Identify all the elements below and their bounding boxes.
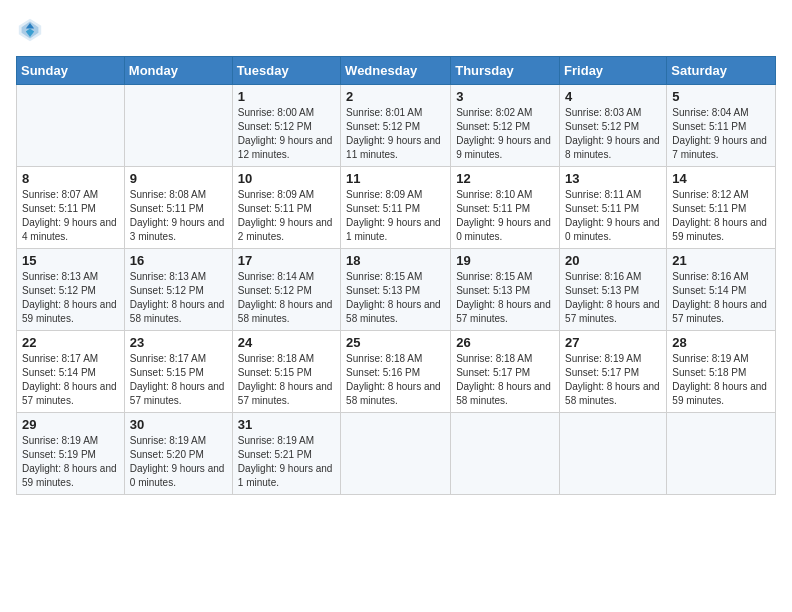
day-info: Sunrise: 8:09 AMSunset: 5:11 PMDaylight:…	[346, 189, 441, 242]
day-info: Sunrise: 8:13 AMSunset: 5:12 PMDaylight:…	[22, 271, 117, 324]
day-info: Sunrise: 8:19 AMSunset: 5:21 PMDaylight:…	[238, 435, 333, 488]
calendar-cell: 14Sunrise: 8:12 AMSunset: 5:11 PMDayligh…	[667, 167, 776, 249]
day-number: 9	[130, 171, 227, 186]
calendar-cell: 11Sunrise: 8:09 AMSunset: 5:11 PMDayligh…	[341, 167, 451, 249]
calendar-cell: 31Sunrise: 8:19 AMSunset: 5:21 PMDayligh…	[232, 413, 340, 495]
day-info: Sunrise: 8:16 AMSunset: 5:13 PMDaylight:…	[565, 271, 660, 324]
day-info: Sunrise: 8:18 AMSunset: 5:15 PMDaylight:…	[238, 353, 333, 406]
logo-icon	[16, 16, 44, 44]
calendar-cell: 16Sunrise: 8:13 AMSunset: 5:12 PMDayligh…	[124, 249, 232, 331]
calendar-cell: 30Sunrise: 8:19 AMSunset: 5:20 PMDayligh…	[124, 413, 232, 495]
calendar-cell	[341, 413, 451, 495]
calendar-cell: 2Sunrise: 8:01 AMSunset: 5:12 PMDaylight…	[341, 85, 451, 167]
calendar-cell	[124, 85, 232, 167]
day-number: 23	[130, 335, 227, 350]
calendar-week-3: 22Sunrise: 8:17 AMSunset: 5:14 PMDayligh…	[17, 331, 776, 413]
day-number: 18	[346, 253, 445, 268]
day-info: Sunrise: 8:17 AMSunset: 5:14 PMDaylight:…	[22, 353, 117, 406]
day-number: 27	[565, 335, 661, 350]
day-info: Sunrise: 8:04 AMSunset: 5:11 PMDaylight:…	[672, 107, 767, 160]
day-number: 11	[346, 171, 445, 186]
calendar-cell: 15Sunrise: 8:13 AMSunset: 5:12 PMDayligh…	[17, 249, 125, 331]
day-info: Sunrise: 8:18 AMSunset: 5:17 PMDaylight:…	[456, 353, 551, 406]
day-number: 30	[130, 417, 227, 432]
day-info: Sunrise: 8:13 AMSunset: 5:12 PMDaylight:…	[130, 271, 225, 324]
calendar-cell: 23Sunrise: 8:17 AMSunset: 5:15 PMDayligh…	[124, 331, 232, 413]
day-info: Sunrise: 8:15 AMSunset: 5:13 PMDaylight:…	[456, 271, 551, 324]
calendar-cell: 3Sunrise: 8:02 AMSunset: 5:12 PMDaylight…	[451, 85, 560, 167]
header-saturday: Saturday	[667, 57, 776, 85]
calendar-header-row: SundayMondayTuesdayWednesdayThursdayFrid…	[17, 57, 776, 85]
calendar-cell	[17, 85, 125, 167]
header-sunday: Sunday	[17, 57, 125, 85]
day-number: 28	[672, 335, 770, 350]
day-number: 19	[456, 253, 554, 268]
calendar-cell: 28Sunrise: 8:19 AMSunset: 5:18 PMDayligh…	[667, 331, 776, 413]
day-number: 10	[238, 171, 335, 186]
calendar-cell: 5Sunrise: 8:04 AMSunset: 5:11 PMDaylight…	[667, 85, 776, 167]
calendar-cell: 19Sunrise: 8:15 AMSunset: 5:13 PMDayligh…	[451, 249, 560, 331]
day-number: 13	[565, 171, 661, 186]
header-monday: Monday	[124, 57, 232, 85]
calendar-cell	[667, 413, 776, 495]
calendar-cell: 8Sunrise: 8:07 AMSunset: 5:11 PMDaylight…	[17, 167, 125, 249]
day-number: 26	[456, 335, 554, 350]
header-thursday: Thursday	[451, 57, 560, 85]
page-header	[16, 16, 776, 44]
logo	[16, 16, 48, 44]
calendar-cell: 12Sunrise: 8:10 AMSunset: 5:11 PMDayligh…	[451, 167, 560, 249]
day-info: Sunrise: 8:18 AMSunset: 5:16 PMDaylight:…	[346, 353, 441, 406]
day-info: Sunrise: 8:01 AMSunset: 5:12 PMDaylight:…	[346, 107, 441, 160]
calendar-cell: 21Sunrise: 8:16 AMSunset: 5:14 PMDayligh…	[667, 249, 776, 331]
day-info: Sunrise: 8:08 AMSunset: 5:11 PMDaylight:…	[130, 189, 225, 242]
day-number: 4	[565, 89, 661, 104]
day-info: Sunrise: 8:16 AMSunset: 5:14 PMDaylight:…	[672, 271, 767, 324]
day-info: Sunrise: 8:19 AMSunset: 5:17 PMDaylight:…	[565, 353, 660, 406]
calendar-cell: 26Sunrise: 8:18 AMSunset: 5:17 PMDayligh…	[451, 331, 560, 413]
day-info: Sunrise: 8:19 AMSunset: 5:18 PMDaylight:…	[672, 353, 767, 406]
day-number: 15	[22, 253, 119, 268]
calendar-week-4: 29Sunrise: 8:19 AMSunset: 5:19 PMDayligh…	[17, 413, 776, 495]
day-number: 31	[238, 417, 335, 432]
day-info: Sunrise: 8:15 AMSunset: 5:13 PMDaylight:…	[346, 271, 441, 324]
day-info: Sunrise: 8:09 AMSunset: 5:11 PMDaylight:…	[238, 189, 333, 242]
calendar-cell: 24Sunrise: 8:18 AMSunset: 5:15 PMDayligh…	[232, 331, 340, 413]
day-info: Sunrise: 8:17 AMSunset: 5:15 PMDaylight:…	[130, 353, 225, 406]
day-number: 20	[565, 253, 661, 268]
calendar-week-1: 8Sunrise: 8:07 AMSunset: 5:11 PMDaylight…	[17, 167, 776, 249]
day-number: 25	[346, 335, 445, 350]
calendar-cell: 25Sunrise: 8:18 AMSunset: 5:16 PMDayligh…	[341, 331, 451, 413]
calendar-table: SundayMondayTuesdayWednesdayThursdayFrid…	[16, 56, 776, 495]
calendar-cell: 4Sunrise: 8:03 AMSunset: 5:12 PMDaylight…	[560, 85, 667, 167]
day-number: 21	[672, 253, 770, 268]
calendar-cell: 10Sunrise: 8:09 AMSunset: 5:11 PMDayligh…	[232, 167, 340, 249]
day-info: Sunrise: 8:10 AMSunset: 5:11 PMDaylight:…	[456, 189, 551, 242]
day-info: Sunrise: 8:03 AMSunset: 5:12 PMDaylight:…	[565, 107, 660, 160]
calendar-cell	[560, 413, 667, 495]
day-number: 3	[456, 89, 554, 104]
calendar-cell: 1Sunrise: 8:00 AMSunset: 5:12 PMDaylight…	[232, 85, 340, 167]
calendar-cell: 17Sunrise: 8:14 AMSunset: 5:12 PMDayligh…	[232, 249, 340, 331]
day-number: 1	[238, 89, 335, 104]
calendar-week-2: 15Sunrise: 8:13 AMSunset: 5:12 PMDayligh…	[17, 249, 776, 331]
day-info: Sunrise: 8:07 AMSunset: 5:11 PMDaylight:…	[22, 189, 117, 242]
day-number: 17	[238, 253, 335, 268]
day-number: 22	[22, 335, 119, 350]
day-info: Sunrise: 8:19 AMSunset: 5:19 PMDaylight:…	[22, 435, 117, 488]
header-tuesday: Tuesday	[232, 57, 340, 85]
calendar-cell: 18Sunrise: 8:15 AMSunset: 5:13 PMDayligh…	[341, 249, 451, 331]
day-number: 14	[672, 171, 770, 186]
day-info: Sunrise: 8:19 AMSunset: 5:20 PMDaylight:…	[130, 435, 225, 488]
header-friday: Friday	[560, 57, 667, 85]
day-number: 24	[238, 335, 335, 350]
calendar-cell: 20Sunrise: 8:16 AMSunset: 5:13 PMDayligh…	[560, 249, 667, 331]
day-number: 12	[456, 171, 554, 186]
day-number: 2	[346, 89, 445, 104]
header-wednesday: Wednesday	[341, 57, 451, 85]
calendar-week-0: 1Sunrise: 8:00 AMSunset: 5:12 PMDaylight…	[17, 85, 776, 167]
day-info: Sunrise: 8:11 AMSunset: 5:11 PMDaylight:…	[565, 189, 660, 242]
calendar-cell: 9Sunrise: 8:08 AMSunset: 5:11 PMDaylight…	[124, 167, 232, 249]
day-number: 16	[130, 253, 227, 268]
day-info: Sunrise: 8:00 AMSunset: 5:12 PMDaylight:…	[238, 107, 333, 160]
calendar-cell: 27Sunrise: 8:19 AMSunset: 5:17 PMDayligh…	[560, 331, 667, 413]
